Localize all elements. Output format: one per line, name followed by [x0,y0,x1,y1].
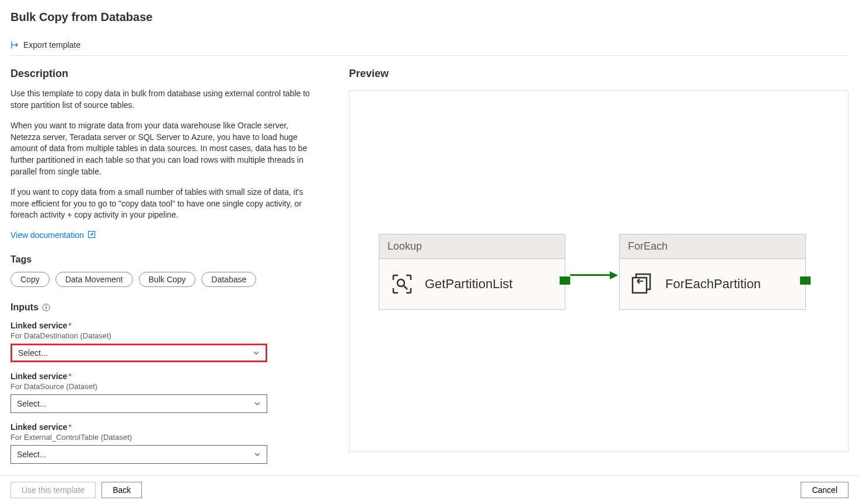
description-para-3: If you want to copy data from a small nu… [11,187,314,221]
description-heading: Description [11,68,314,80]
svg-rect-5 [633,278,647,293]
tag-data-movement[interactable]: Data Movement [55,272,133,287]
chevron-down-icon [253,349,260,356]
linked-service-select-datadestination[interactable]: Select... [11,344,267,362]
tags-heading: Tags [11,254,314,265]
field-label: Linked service [11,321,67,330]
preview-canvas[interactable]: Lookup GetPartition [349,90,848,452]
linked-service-select-datasource[interactable]: Select... [11,394,267,413]
pipeline-node-foreach[interactable]: ForEach ForEachPartition [619,234,806,310]
field-sublabel: For DataDestination (Dataset) [11,331,314,340]
tag-copy[interactable]: Copy [11,272,50,287]
required-asterisk: * [68,321,71,330]
description-para-2: When you want to migrate data from your … [11,120,314,177]
node-type-label: ForEach [620,235,805,259]
input-field-controltable: Linked service* For External_ControlTabl… [11,422,314,464]
tags-row: Copy Data Movement Bulk Copy Database [11,272,314,287]
page-title: Bulk Copy from Database [11,10,848,24]
field-sublabel: For DataSource (Dataset) [11,382,314,391]
field-label: Linked service [11,372,67,381]
foreach-icon [630,272,655,296]
inputs-heading: Inputs [11,302,314,313]
svg-rect-3 [46,307,46,309]
svg-point-2 [46,305,47,306]
input-field-datasource: Linked service* For DataSource (Dataset)… [11,372,314,413]
chevron-down-icon [254,451,261,458]
node-type-label: Lookup [379,235,565,259]
arrow-head-icon [610,271,618,279]
select-placeholder: Select... [17,450,47,459]
external-link-icon [88,230,96,240]
export-template-label: Export template [23,40,81,50]
select-placeholder: Select... [17,399,47,408]
node-title: ForEachPartition [665,276,761,292]
tag-bulk-copy[interactable]: Bulk Copy [139,272,196,287]
field-sublabel: For External_ControlTable (Dataset) [11,433,314,442]
description-para-1: Use this template to copy data in bulk f… [11,88,314,111]
select-placeholder: Select... [18,348,48,358]
node-title: GetPartitionList [425,276,512,292]
connector-link[interactable] [570,274,610,276]
view-documentation-label: View documentation [11,230,84,240]
toolbar: Export template [11,40,848,56]
connector-out[interactable] [560,276,570,285]
svg-point-4 [397,279,404,286]
linked-service-select-controltable[interactable]: Select... [11,445,267,464]
connector-out[interactable] [800,276,811,285]
tag-database[interactable]: Database [201,272,256,287]
info-icon[interactable] [42,303,50,312]
export-icon [11,40,20,50]
export-template-button[interactable]: Export template [11,40,81,50]
field-label: Linked service [11,422,67,432]
input-field-datadestination: Linked service* For DataDestination (Dat… [11,321,314,362]
inputs-heading-label: Inputs [11,302,39,313]
chevron-down-icon [254,400,261,407]
lookup-icon [390,272,414,296]
pipeline-node-lookup[interactable]: Lookup GetPartition [379,234,565,310]
view-documentation-link[interactable]: View documentation [11,230,96,240]
required-asterisk: * [68,372,71,381]
preview-heading: Preview [349,68,848,80]
required-asterisk: * [68,422,71,432]
